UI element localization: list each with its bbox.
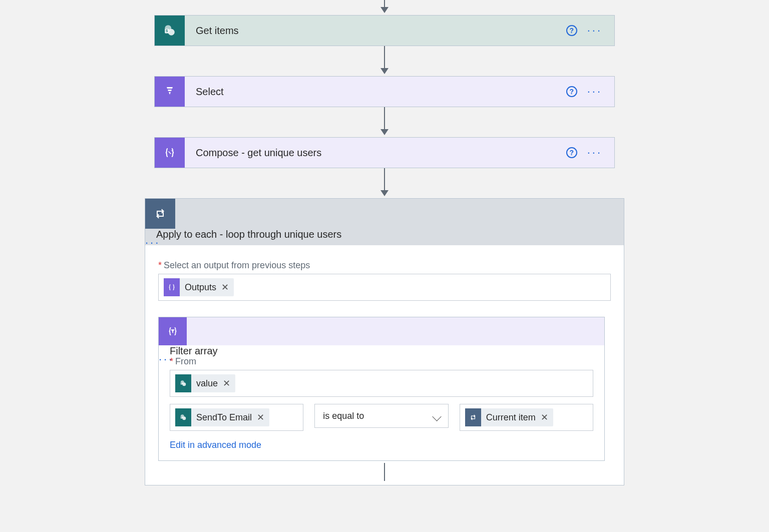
from-input[interactable]: S value ✕ — [170, 370, 593, 397]
data-op-compose-icon — [155, 138, 185, 168]
loop-token-icon — [465, 408, 481, 426]
step-apply-to-each: Apply to each - loop through unique user… — [145, 198, 624, 485]
step-filter-array: Filter array ··· *From S — [158, 317, 605, 461]
operator-value: is equal to — [323, 411, 364, 421]
data-op-select-icon — [155, 77, 185, 107]
token-label: Outputs — [185, 282, 216, 293]
token-current-item[interactable]: Current item ✕ — [465, 408, 553, 426]
token-remove-icon[interactable]: ✕ — [257, 412, 264, 423]
token-sendto-email[interactable]: S SendTo Email ✕ — [175, 408, 269, 426]
token-label: value — [196, 378, 218, 389]
step-compose[interactable]: Compose - get unique users ? ··· — [154, 137, 615, 168]
step-title: Apply to each - loop through unique user… — [145, 229, 624, 240]
token-value[interactable]: S value ✕ — [175, 374, 235, 392]
sharepoint-icon: S — [155, 16, 185, 46]
token-remove-icon[interactable]: ✕ — [223, 378, 230, 389]
condition-right-input[interactable]: Current item ✕ — [460, 404, 593, 431]
condition-left-input[interactable]: S SendTo Email ✕ — [170, 404, 303, 431]
field-label: *Select an output from previous steps — [158, 260, 611, 271]
flow-arrow — [384, 46, 385, 72]
more-icon[interactable]: ··· — [587, 150, 602, 155]
svg-point-9 — [182, 416, 186, 420]
token-outputs[interactable]: Outputs ✕ — [164, 278, 234, 296]
token-remove-icon[interactable]: ✕ — [541, 412, 548, 423]
flow-arrow — [384, 463, 385, 481]
step-get-items[interactable]: S Get items ? ··· — [154, 15, 615, 46]
compose-token-icon — [164, 278, 180, 296]
output-picker-input[interactable]: Outputs ✕ — [158, 274, 611, 301]
step-title: Select — [185, 86, 566, 98]
operator-select[interactable]: is equal to — [314, 404, 448, 428]
token-remove-icon[interactable]: ✕ — [221, 282, 229, 293]
field-label: *From — [170, 356, 593, 367]
token-label: SendTo Email — [196, 412, 252, 423]
step-title: Get items — [185, 25, 566, 37]
sharepoint-token-icon: S — [175, 408, 191, 426]
step-title: Compose - get unique users — [185, 147, 566, 159]
svg-text:S: S — [166, 29, 168, 33]
edit-advanced-mode-link[interactable]: Edit in advanced mode — [170, 440, 261, 450]
svg-point-5 — [182, 382, 186, 386]
flow-arrow — [384, 168, 385, 194]
loop-icon — [145, 199, 175, 229]
help-icon[interactable]: ? — [566, 86, 577, 97]
filter-condition-row: S SendTo Email ✕ is equal to — [170, 404, 593, 431]
apply-to-each-header[interactable]: Apply to each - loop through unique user… — [145, 199, 624, 245]
help-icon[interactable]: ? — [566, 147, 577, 158]
data-op-filter-icon — [159, 317, 187, 345]
step-select[interactable]: Select ? ··· — [154, 76, 615, 107]
filter-array-header[interactable]: Filter array ··· — [159, 317, 604, 345]
more-icon[interactable]: ··· — [145, 240, 160, 245]
help-icon[interactable]: ? — [566, 25, 577, 36]
more-icon[interactable]: ··· — [587, 89, 602, 94]
sharepoint-token-icon: S — [175, 374, 191, 392]
more-icon[interactable]: ··· — [587, 28, 602, 33]
flow-arrow — [384, 107, 385, 133]
flow-arrow — [384, 0, 385, 11]
token-label: Current item — [486, 412, 536, 423]
svg-text:S: S — [181, 382, 182, 384]
svg-text:S: S — [181, 416, 182, 418]
